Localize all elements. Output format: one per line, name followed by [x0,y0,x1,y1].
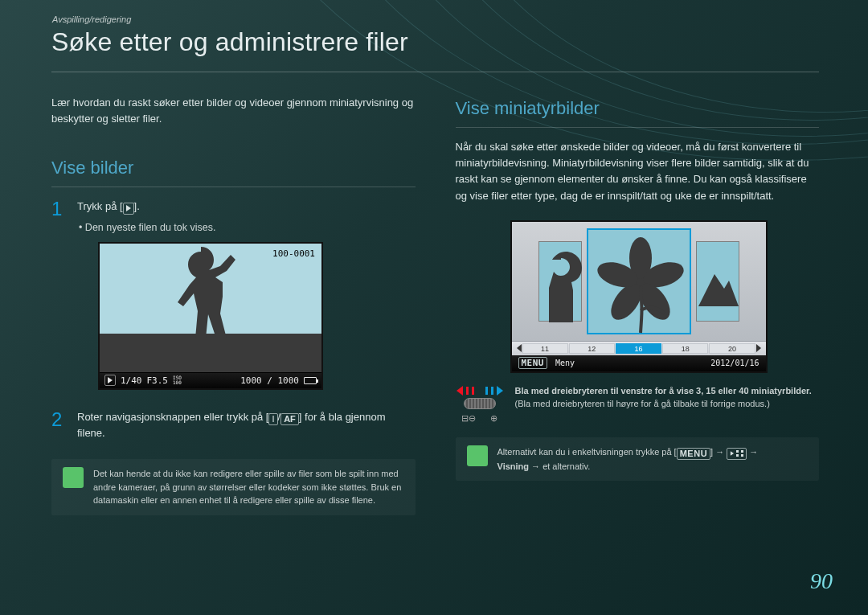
step1-pre: Trykk på [ [77,200,123,212]
note-box-right: Alternativt kan du i enkeltvisningen try… [456,437,820,481]
person-silhouette-icon [145,244,257,355]
strip-cell[interactable]: 12 [569,343,615,354]
step-1: 1 Trykk på []. • Den nyeste filen du tok… [51,199,416,401]
breadcrumb: Avspilling/redigering [52,14,131,24]
note-icon [467,445,488,466]
rn-b: ] → [710,447,727,457]
step2-text: Roter navigasjonsknappen eller trykk på … [77,409,416,441]
left-column: Lær hvordan du raskt søker etter bilder … [51,95,416,515]
menu-button-icon: MENU [518,357,548,369]
shots-label: 1000 / 1000 [240,374,299,387]
strip-prev-icon[interactable] [517,344,522,352]
page-number: 90 [810,568,833,594]
step-number: 1 [51,199,69,401]
right-intro: Når du skal søke etter ønskede bilder og… [456,139,820,204]
file-number-label: 100-0001 [272,247,315,260]
ratio-label: 1/40 [121,374,142,387]
heading-miniatyrbilder: Vise miniatyrbilder [456,95,820,128]
rn-c: → [747,447,758,457]
playback-icon [123,203,134,215]
heading-vise-bilder: Vise bilder [51,154,416,187]
right-column: Vise miniatyrbilder Når du skal søke ett… [456,95,820,515]
meny-label: Meny [555,357,575,370]
dial-icon [464,398,496,409]
note-box-left: Det kan hende at du ikke kan redigere el… [51,459,416,515]
page-title: Søke etter og administrere filer [51,27,819,72]
step1-text: Trykk på []. [77,199,416,215]
strip-cell[interactable]: 11 [522,343,568,354]
menu-button-icon: MENU [677,448,710,460]
rn-d: → et alternativ. [529,461,590,471]
thumb-1 [538,241,582,322]
thumb-3 [696,241,739,322]
date-label: 2012/01/16 [710,357,759,370]
af-icon: AF [280,413,299,425]
strip-cell[interactable]: 18 [662,343,708,354]
note-text: Det kan hende at du ikke kan redigere el… [93,467,404,507]
battery-icon [304,377,317,384]
strip-cell-active[interactable]: 16 [616,343,661,354]
step-number: 2 [51,409,69,446]
aperture-label: F3.5 [147,374,169,387]
zoom-icons: ⊟⊖⊕ [461,412,497,425]
iso-label: ISO100 [173,375,182,385]
play-icon [104,375,116,386]
dial-text-bold: Bla med dreiebryteren til venstre for å … [515,386,812,396]
camera-screenshot-single: 100-0001 1/40 F3.5 ISO100 1000 / 1000 [98,242,323,390]
rn-a: Alternativt kan du i enkeltvisningen try… [497,447,677,457]
dial-text-plain: (Bla med dreiebryteren til høyre for å g… [515,399,770,408]
dial-instruction: ⊟⊖⊕ Bla med dreiebryteren til venstre fo… [456,384,820,425]
strip-cell[interactable]: 20 [709,343,755,354]
step2-a: Roter navigasjonsknappen eller trykk på … [77,411,268,423]
step1-bullet: • Den nyeste filen du tok vises. [79,220,416,236]
flower-icon: I [268,413,277,425]
note-icon [63,467,84,488]
dial-arrows-icon [457,386,503,396]
step1-bullet-text: Den nyeste filen du tok vises. [85,222,216,233]
left-intro: Lær hvordan du raskt søker etter bilder … [51,95,416,127]
step-2: 2 Roter navigasjonsknappen eller trykk p… [51,409,416,446]
camera-screenshot-thumbs: 11 12 16 18 20 MENU Meny 2012/01/16 [510,220,768,373]
playback-grid-icon [727,448,747,460]
date-strip: 11 12 16 18 20 [512,341,766,355]
step1-post: ]. [134,200,140,212]
strip-next-icon[interactable] [756,344,761,352]
thumb-2-focused [587,228,691,334]
rn-visning: Visning [497,461,530,471]
note-text-right: Alternativt kan du i enkeltvisningen try… [497,445,759,473]
